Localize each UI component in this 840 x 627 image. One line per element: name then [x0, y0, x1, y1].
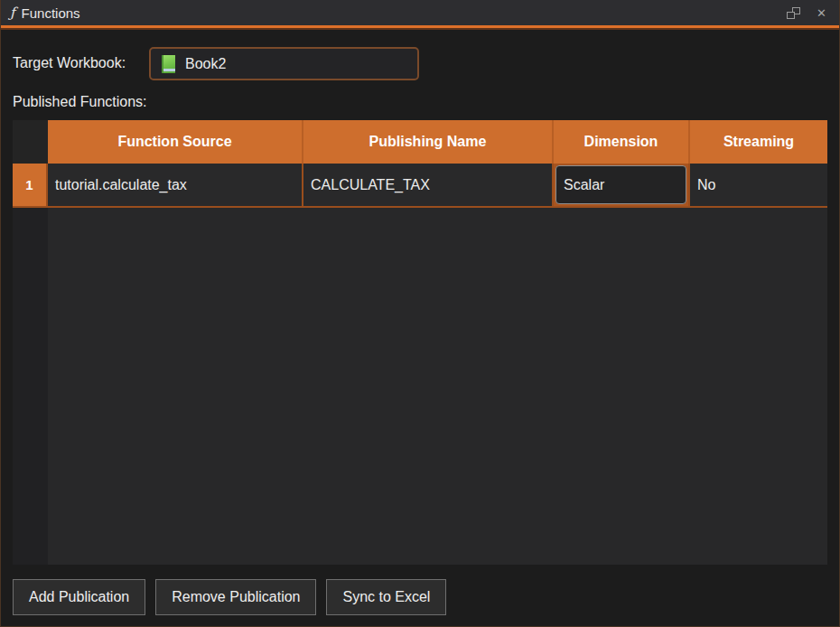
cell-streaming[interactable]: No	[690, 164, 827, 206]
column-header-function-source[interactable]: Function Source	[48, 120, 303, 164]
title-bar[interactable]: ƒ Functions ✕	[1, 0, 839, 25]
target-workbook-value: Book2	[185, 56, 226, 72]
target-workbook-label: Target Workbook:	[13, 55, 126, 71]
close-icon[interactable]: ✕	[817, 7, 826, 19]
grid-header-row: Function Source Publishing Name Dimensio…	[13, 120, 827, 164]
grid-empty-area	[13, 208, 827, 565]
dimension-dropdown[interactable]: Scalar	[555, 165, 686, 204]
table-row: 1 tutorial.calculate_tax CALCULATE_TAX S…	[13, 164, 827, 208]
published-functions-grid: Function Source Publishing Name Dimensio…	[13, 120, 827, 565]
column-header-dimension[interactable]: Dimension	[554, 120, 690, 164]
column-header-streaming[interactable]: Streaming	[690, 120, 827, 164]
row-header-gutter	[13, 208, 48, 565]
sync-to-excel-button[interactable]: Sync to Excel	[326, 579, 446, 615]
published-functions-label: Published Functions:	[13, 94, 147, 110]
row-number-header[interactable]: 1	[13, 164, 48, 206]
cell-publishing-name[interactable]: CALCULATE_TAX	[303, 164, 554, 206]
window-title: Functions	[22, 5, 80, 21]
restore-icon[interactable]	[787, 7, 800, 19]
cell-dimension: Scalar	[554, 164, 690, 206]
accent-shadow	[1, 28, 839, 30]
workbook-icon	[162, 55, 175, 73]
function-symbol-icon: ƒ	[10, 5, 15, 21]
functions-dialog: ƒ Functions ✕ Target Workbook: Book2 Pub…	[0, 0, 840, 627]
grid-empty-space	[48, 208, 827, 565]
window-controls: ✕	[787, 7, 830, 19]
add-publication-button[interactable]: Add Publication	[13, 579, 145, 615]
column-header-publishing-name[interactable]: Publishing Name	[303, 120, 554, 164]
restore-front-square	[787, 12, 795, 19]
cell-function-source[interactable]: tutorial.calculate_tax	[48, 164, 303, 206]
footer-button-bar: Add Publication Remove Publication Sync …	[13, 579, 446, 615]
target-workbook-select[interactable]: Book2	[149, 47, 419, 80]
remove-publication-button[interactable]: Remove Publication	[155, 579, 316, 615]
grid-corner-cell[interactable]	[13, 120, 48, 164]
